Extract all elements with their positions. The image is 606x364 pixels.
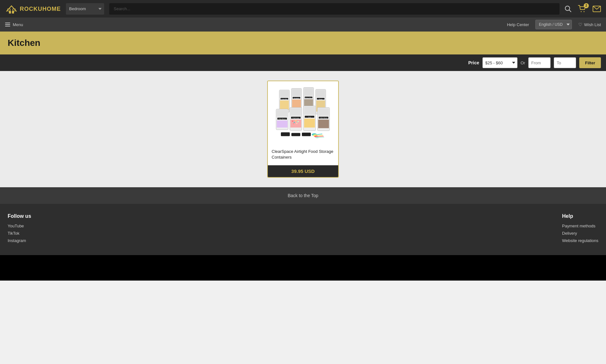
svg-rect-56 bbox=[318, 120, 329, 128]
svg-rect-13 bbox=[280, 101, 289, 110]
logo[interactable]: ROCKUHOME bbox=[5, 4, 61, 14]
top-nav: ROCKUHOME Bedroom All Kitchen Living Roo… bbox=[0, 0, 606, 18]
svg-text:Pasta: Pasta bbox=[319, 98, 322, 100]
product-name: ClearSpace Airtight Food Storage Contain… bbox=[272, 149, 334, 160]
svg-point-46 bbox=[298, 121, 299, 122]
product-price: 39.95 USD bbox=[268, 165, 338, 177]
nav-icons: 2 bbox=[565, 5, 601, 13]
black-bar bbox=[0, 255, 606, 281]
svg-rect-30 bbox=[277, 110, 288, 117]
svg-line-65 bbox=[318, 136, 324, 137]
help-center-link[interactable]: Help Center bbox=[507, 22, 529, 27]
svg-text:Spaghetti: Spaghetti bbox=[294, 97, 299, 99]
follow-us-heading: Follow us bbox=[8, 213, 31, 219]
svg-text:Corn: Corn bbox=[308, 116, 311, 118]
cart-badge: 2 bbox=[584, 3, 589, 8]
svg-text:Brown Rice: Brown Rice bbox=[305, 97, 312, 99]
svg-line-61 bbox=[317, 134, 322, 135]
svg-rect-53 bbox=[318, 108, 329, 116]
svg-rect-15 bbox=[292, 89, 301, 96]
svg-rect-58 bbox=[291, 133, 300, 136]
wishlist-link[interactable]: ♡ Wish List bbox=[578, 22, 601, 27]
svg-point-45 bbox=[296, 123, 297, 124]
svg-rect-57 bbox=[281, 132, 290, 136]
nav-right: Help Center English / USD Español / EUR … bbox=[507, 20, 601, 29]
svg-rect-0 bbox=[9, 11, 11, 13]
svg-point-40 bbox=[294, 122, 295, 123]
help-col: Help Payment methods Delivery Website re… bbox=[562, 213, 598, 246]
filter-bar: Price $25 - $60 $10 - $25 $60 - $100 $10… bbox=[0, 54, 606, 71]
footer: Follow us YouTube TikTok Instagram Help … bbox=[0, 204, 606, 255]
envelope-icon bbox=[593, 6, 601, 12]
svg-line-5 bbox=[569, 10, 571, 12]
svg-point-7 bbox=[584, 11, 585, 12]
cart-button[interactable]: 2 bbox=[578, 5, 586, 13]
svg-text:Coffee Beans: Coffee Beans bbox=[319, 117, 327, 119]
tiktok-link[interactable]: TikTok bbox=[8, 231, 31, 236]
svg-rect-20 bbox=[304, 88, 313, 96]
price-to-input[interactable] bbox=[554, 57, 576, 68]
svg-text:Fruit Loops: Fruit Loops bbox=[292, 117, 299, 119]
category-dropdown[interactable]: Bedroom All Kitchen Living Room Bathroom bbox=[66, 3, 104, 15]
or-label: Or bbox=[521, 61, 525, 65]
svg-text:Fruity Mix: Fruity Mix bbox=[282, 98, 287, 100]
price-label: Price bbox=[468, 60, 479, 65]
delivery-link[interactable]: Delivery bbox=[562, 231, 598, 236]
youtube-link[interactable]: YouTube bbox=[8, 224, 31, 228]
language-select[interactable]: English / USD Español / EUR bbox=[535, 20, 572, 29]
svg-rect-33 bbox=[277, 121, 288, 128]
product-grid: Fruity Mix Spaghetti Brown Rice Pasta bbox=[0, 71, 606, 187]
menu-button[interactable]: Menu bbox=[5, 22, 23, 27]
product-image-svg: Fruity Mix Spaghetti Brown Rice Pasta bbox=[273, 83, 333, 143]
website-regulations-link[interactable]: Website regulations bbox=[562, 238, 598, 243]
svg-rect-25 bbox=[316, 90, 325, 97]
search-icon bbox=[565, 5, 572, 12]
svg-point-41 bbox=[295, 120, 296, 121]
svg-line-63 bbox=[317, 135, 323, 136]
secondary-nav: Menu Help Center English / USD Español /… bbox=[0, 18, 606, 32]
help-heading: Help bbox=[562, 213, 598, 219]
product-info: ClearSpace Airtight Food Storage Contain… bbox=[268, 145, 338, 165]
menu-label: Menu bbox=[13, 22, 23, 27]
heart-icon: ♡ bbox=[578, 22, 582, 27]
price-select[interactable]: $25 - $60 $10 - $25 $60 - $100 $100+ bbox=[482, 57, 517, 68]
hamburger-icon bbox=[5, 23, 10, 26]
svg-line-67 bbox=[319, 137, 324, 138]
product-card[interactable]: Fruity Mix Spaghetti Brown Rice Pasta bbox=[267, 81, 339, 178]
svg-rect-35 bbox=[290, 108, 301, 116]
svg-text:Pinto Beans: Pinto Beans bbox=[279, 118, 286, 120]
svg-point-39 bbox=[292, 121, 293, 122]
messages-button[interactable] bbox=[593, 6, 601, 12]
svg-rect-1 bbox=[12, 11, 14, 13]
payment-methods-link[interactable]: Payment methods bbox=[562, 224, 598, 228]
svg-point-6 bbox=[581, 11, 582, 12]
filter-button[interactable]: Filter bbox=[579, 57, 601, 68]
search-input[interactable] bbox=[109, 3, 560, 15]
svg-point-66 bbox=[316, 137, 319, 138]
page-title: Kitchen bbox=[8, 38, 598, 48]
instagram-link[interactable]: Instagram bbox=[8, 238, 31, 243]
wishlist-label: Wish List bbox=[584, 22, 601, 27]
follow-us-col: Follow us YouTube TikTok Instagram bbox=[8, 213, 31, 246]
svg-rect-51 bbox=[304, 119, 315, 128]
brand-name: ROCKUHOME bbox=[20, 6, 61, 12]
svg-point-44 bbox=[295, 125, 296, 126]
logo-icon bbox=[5, 4, 18, 14]
price-from-input[interactable] bbox=[528, 57, 551, 68]
svg-rect-10 bbox=[280, 91, 289, 97]
search-button[interactable] bbox=[565, 5, 572, 12]
product-image: Fruity Mix Spaghetti Brown Rice Pasta bbox=[268, 81, 338, 145]
svg-point-43 bbox=[293, 123, 294, 125]
category-banner: Kitchen bbox=[0, 32, 606, 54]
svg-rect-59 bbox=[302, 133, 311, 136]
svg-rect-48 bbox=[304, 107, 315, 115]
back-to-top[interactable]: Back to the Top bbox=[0, 187, 606, 204]
